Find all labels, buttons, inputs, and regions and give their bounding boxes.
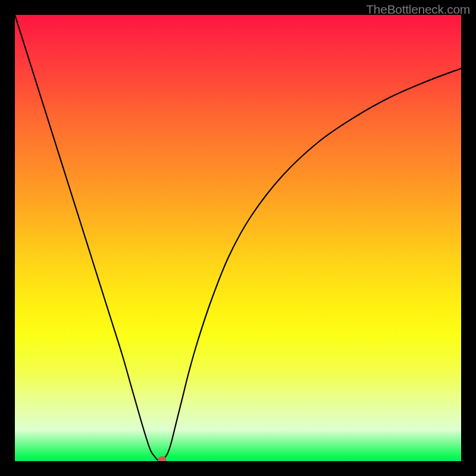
watermark-text: TheBottleneck.com	[366, 2, 470, 17]
chart-frame: TheBottleneck.com	[0, 0, 476, 476]
chart-gradient-background	[15, 15, 461, 461]
